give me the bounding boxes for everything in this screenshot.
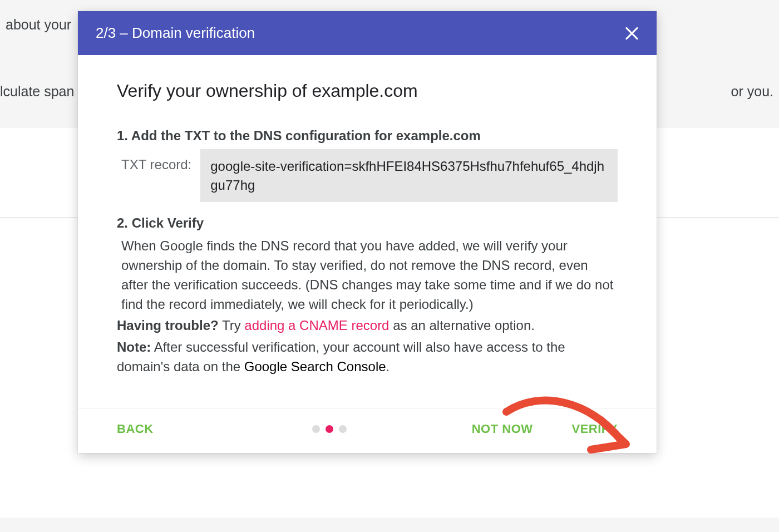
step-indicator	[312, 425, 347, 433]
cname-link[interactable]: adding a CNAME record	[244, 318, 389, 333]
trouble-line: Having trouble? Try adding a CNAME recor…	[117, 316, 618, 336]
trouble-strong: Having trouble?	[117, 318, 219, 333]
not-now-button[interactable]: NOT NOW	[472, 422, 533, 436]
verify-heading: Verify your ownership of example.com	[117, 81, 618, 101]
txt-record-value[interactable]: google-site-verification=skfhHFEI84HS637…	[200, 149, 618, 202]
step-dot-1	[312, 425, 320, 433]
trouble-tail: as an alternative option.	[389, 318, 535, 333]
background-text-fragment: lculate span	[0, 83, 74, 100]
trouble-try: Try	[219, 318, 245, 333]
back-button[interactable]: BACK	[117, 422, 154, 436]
note-strong: Note:	[117, 339, 151, 354]
dialog-header: 2/3 – Domain verification	[78, 11, 657, 55]
txt-record-label: TXT record:	[121, 149, 191, 173]
step-2-heading: 2. Click Verify	[117, 215, 618, 231]
background-text-fragment: about your	[6, 17, 71, 33]
google-search-console-text: Google Search Console	[244, 359, 386, 374]
close-icon[interactable]	[624, 26, 639, 41]
txt-record-row: TXT record: google-site-verification=skf…	[117, 149, 618, 202]
step-dot-2	[326, 425, 333, 433]
step-1-heading: 1. Add the TXT to the DNS configuration …	[117, 128, 618, 144]
background-text-fragment: or you.	[731, 83, 773, 100]
dialog-title: 2/3 – Domain verification	[96, 24, 255, 42]
verification-explanation: When Google finds the DNS record that yo…	[117, 237, 618, 314]
step-dot-3	[339, 425, 347, 433]
note-line: Note: After successful verification, you…	[117, 338, 618, 377]
dialog-body: Verify your ownership of example.com 1. …	[78, 55, 657, 388]
dialog-footer: BACK NOT NOW VERIFY	[78, 408, 657, 453]
verify-button[interactable]: VERIFY	[572, 422, 618, 436]
note-period: .	[386, 359, 390, 374]
domain-verification-dialog: 2/3 – Domain verification Verify your ow…	[78, 11, 657, 453]
